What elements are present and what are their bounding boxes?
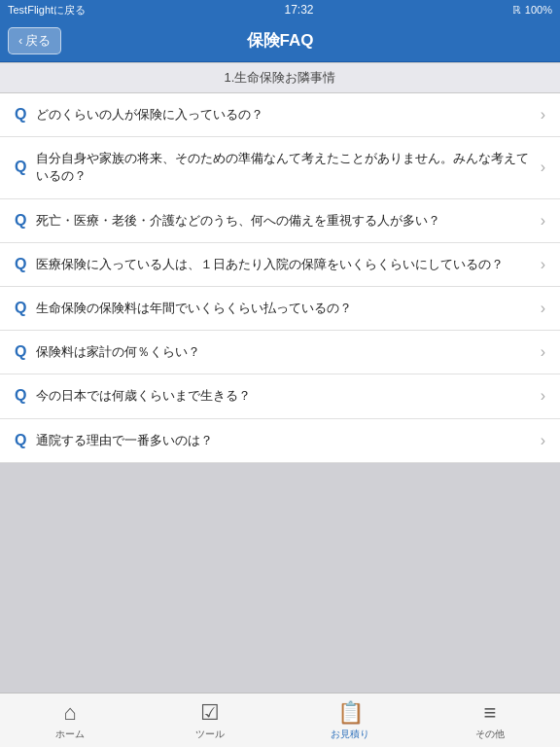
menu-icon: ≡: [484, 700, 497, 726]
section-title: 1.生命保険お隣事情: [225, 70, 336, 85]
faq-item[interactable]: Q自分自身や家族の将来、そのための準備なんて考えたことがありません。みんな考えて…: [0, 137, 560, 198]
chevron-right-icon: ›: [541, 212, 545, 230]
bluetooth-icon: ℝ: [512, 4, 521, 17]
check-icon: ☑: [200, 700, 220, 726]
back-chevron-icon: ‹: [18, 33, 22, 48]
back-button-label: 戻る: [25, 32, 51, 50]
tab-estimate[interactable]: 📋 お見積り: [280, 696, 420, 745]
faq-question-text: 自分自身や家族の将来、そのための準備なんて考えたことがありません。みんな考えてい…: [36, 150, 532, 185]
chevron-right-icon: ›: [541, 106, 545, 124]
tab-estimate-label: お見積り: [331, 728, 369, 741]
tab-home[interactable]: ⌂ ホーム: [0, 696, 140, 745]
faq-q-label: Q: [15, 343, 26, 361]
faq-q-label: Q: [15, 387, 26, 405]
document-icon: 📋: [337, 700, 364, 726]
faq-question-text: 保険料は家計の何％くらい？: [36, 343, 532, 361]
faq-question-text: 死亡・医療・老後・介護などのうち、何への備えを重視する人が多い？: [36, 212, 532, 230]
tab-tools[interactable]: ☑ ツール: [140, 696, 280, 745]
content-area: 1.生命保険お隣事情 Qどのくらいの人が保険に入っているの？›Q自分自身や家族の…: [0, 62, 560, 693]
tab-other[interactable]: ≡ その他: [420, 696, 560, 745]
faq-q-label: Q: [15, 256, 26, 273]
chevron-right-icon: ›: [541, 432, 545, 449]
status-back-link: TestFlightに戻る: [8, 3, 86, 18]
section-header: 1.生命保険お隣事情: [0, 62, 560, 93]
faq-question-text: どのくらいの人が保険に入っているの？: [36, 106, 532, 124]
tab-bar: ⌂ ホーム ☑ ツール 📋 お見積り ≡ その他: [0, 693, 560, 747]
faq-item[interactable]: Qどのくらいの人が保険に入っているの？›: [0, 93, 560, 137]
status-time: 17:32: [284, 3, 313, 17]
back-button[interactable]: ‹ 戻る: [8, 27, 61, 54]
faq-item[interactable]: Q死亡・医療・老後・介護などのうち、何への備えを重視する人が多い？›: [0, 199, 560, 243]
faq-item[interactable]: Q通院する理由で一番多いのは？›: [0, 419, 560, 463]
faq-q-label: Q: [15, 106, 26, 124]
status-right: ℝ 100%: [512, 4, 552, 17]
faq-question-text: 生命保険の保険料は年間でいくらくらい払っているの？: [36, 300, 532, 317]
nav-title: 保険FAQ: [247, 29, 314, 52]
chevron-right-icon: ›: [541, 343, 545, 361]
tab-home-label: ホーム: [55, 728, 85, 741]
faq-q-label: Q: [15, 212, 26, 230]
status-bar: TestFlightに戻る 17:32 ℝ 100%: [0, 0, 560, 19]
faq-q-label: Q: [15, 300, 26, 317]
faq-q-label: Q: [15, 432, 26, 449]
tab-other-label: その他: [475, 728, 505, 741]
faq-q-label: Q: [15, 159, 26, 176]
battery-label: 100%: [525, 4, 552, 16]
faq-question-text: 医療保険に入っている人は、１日あたり入院の保障をいくらくらいにしているの？: [36, 256, 532, 273]
chevron-right-icon: ›: [541, 300, 545, 317]
faq-question-text: 通院する理由で一番多いのは？: [36, 432, 532, 449]
faq-question-text: 今の日本では何歳くらいまで生きる？: [36, 387, 532, 405]
tab-tools-label: ツール: [195, 728, 225, 741]
chevron-right-icon: ›: [541, 387, 545, 405]
chevron-right-icon: ›: [541, 256, 545, 273]
faq-item[interactable]: Q医療保険に入っている人は、１日あたり入院の保障をいくらくらいにしているの？›: [0, 243, 560, 287]
nav-bar: ‹ 戻る 保険FAQ: [0, 19, 560, 62]
home-icon: ⌂: [63, 700, 76, 726]
chevron-right-icon: ›: [541, 159, 545, 176]
faq-list: Qどのくらいの人が保険に入っているの？›Q自分自身や家族の将来、そのための準備な…: [0, 93, 560, 463]
faq-item[interactable]: Q今の日本では何歳くらいまで生きる？›: [0, 374, 560, 418]
faq-item[interactable]: Q生命保険の保険料は年間でいくらくらい払っているの？›: [0, 287, 560, 331]
faq-item[interactable]: Q保険料は家計の何％くらい？›: [0, 331, 560, 374]
